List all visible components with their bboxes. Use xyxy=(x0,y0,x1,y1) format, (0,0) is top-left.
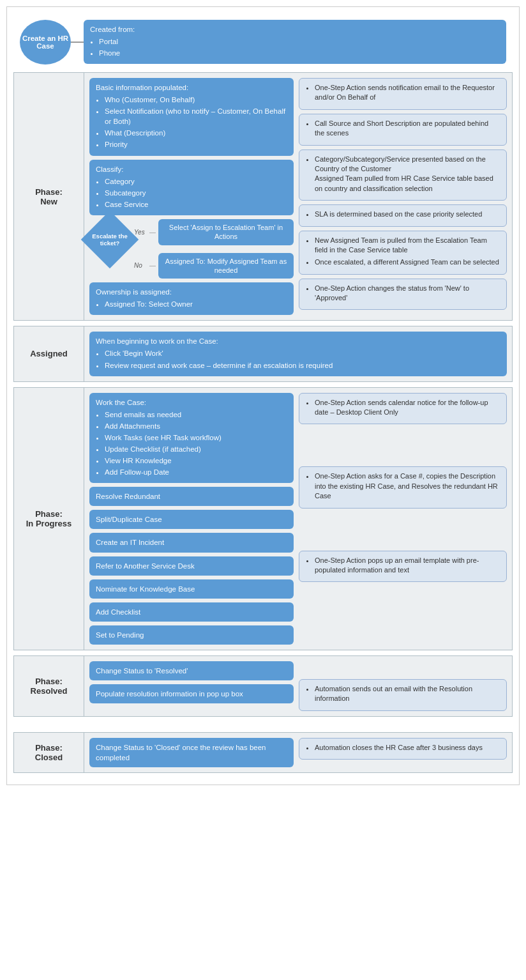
phase-new-content: Basic information populated: Who (Custom… xyxy=(84,73,512,320)
sla-note: SLA is determined based on the case prio… xyxy=(299,204,507,226)
connector xyxy=(71,42,84,43)
set-pending-label: Set to Pending xyxy=(96,631,144,639)
ownership-list: Assigned To: Select Owner xyxy=(105,299,287,309)
escalate-label: Escalate the ticket? xyxy=(91,233,129,247)
change-status-closed-label: Change Status to 'Closed' once the revie… xyxy=(96,744,266,762)
set-pending-box: Set to Pending xyxy=(89,625,294,645)
list-item: Assigned To: Select Owner xyxy=(105,299,287,309)
nominate-kb-box: Nominate for Knowledge Base xyxy=(89,579,294,599)
automation-close-note: Automation closes the HR Case after 3 bu… xyxy=(299,738,507,760)
phase-new-section: Phase: New Basic information populated: … xyxy=(13,72,513,321)
status-change-note: One-Step Action changes the status from … xyxy=(299,279,507,310)
phase-closed-content: Change Status to 'Closed' once the revie… xyxy=(84,733,512,772)
phase-resolved-section: Phase: Resolved Change Status to 'Resolv… xyxy=(13,655,513,717)
create-label: Create an HR Case xyxy=(20,34,71,50)
classify-box: Classify: Category Subcategory Case Serv… xyxy=(89,160,294,215)
notification-note: One-Step Action sends notification email… xyxy=(299,78,507,110)
create-bubble: Create an HR Case xyxy=(20,20,71,65)
resolved-notes-col: Automation sends out an email with the R… xyxy=(299,661,507,711)
nominate-kb-label: Nominate for Knowledge Base xyxy=(96,585,195,593)
spacer xyxy=(13,722,513,732)
phase-new-label: Phase: New xyxy=(14,73,84,320)
phase-resolved-content: Change Status to 'Resolved' Populate res… xyxy=(84,656,512,716)
list-item: Review request and work case – determine… xyxy=(105,360,500,371)
list-item: Phone xyxy=(99,48,500,58)
list-item: Send emails as needed xyxy=(105,410,287,420)
yes-label: Yes xyxy=(134,229,147,236)
phase-in-progress-content: Work the Case: Send emails as needed Add… xyxy=(84,388,512,650)
note-text: Once escalated, a different Assigned Tea… xyxy=(315,257,500,267)
work-case-box: Work the Case: Send emails as needed Add… xyxy=(89,393,294,484)
note-text: Automation sends out an email with the R… xyxy=(315,684,500,704)
note-text: SLA is determined based on the case prio… xyxy=(315,210,500,219)
note-text: Automation closes the HR Case after 3 bu… xyxy=(315,743,500,753)
phase-assigned-section: Assigned When beginning to work on the C… xyxy=(13,326,513,381)
note-text: One-Step Action sends notification email… xyxy=(315,83,500,103)
assign-action-box: Select 'Assign to Escalation Team' in Ac… xyxy=(158,219,294,245)
work-case-list: Send emails as needed Add Attachments Wo… xyxy=(105,410,287,478)
closed-main-col: Change Status to 'Closed' once the revie… xyxy=(89,738,294,767)
assigned-action-box: Assigned To: Modify Assigned Team as nee… xyxy=(158,253,294,279)
basic-info-list: Who (Customer, On Behalf) Select Notific… xyxy=(105,95,287,149)
list-item: Update Checklist (if attached) xyxy=(105,444,287,454)
escalation-branches: Yes — Select 'Assign to Escalation Team'… xyxy=(134,219,294,279)
created-from-title: Created from: xyxy=(90,26,135,33)
phase-assigned-label: Assigned xyxy=(14,326,84,381)
note-text: Category/Subcategory/Service presented b… xyxy=(315,155,500,194)
begin-work-box: When beginning to work on the Case: Clic… xyxy=(89,332,507,376)
classify-title: Classify: xyxy=(96,165,123,173)
no-branch: No — Assigned To: Modify Assigned Team a… xyxy=(134,253,294,279)
created-from-list: Portal Phone xyxy=(99,36,500,58)
created-from-box: Created from: Portal Phone xyxy=(84,20,506,64)
note-text: Call Source and Short Description are po… xyxy=(315,119,500,139)
note-text: One-Step Action sends calendar notice fo… xyxy=(315,398,500,418)
diagram-container: Create an HR Case Created from: Portal P… xyxy=(6,6,520,785)
phase-assigned-content: When beginning to work on the Case: Clic… xyxy=(84,326,512,381)
change-status-resolved-box: Change Status to 'Resolved' xyxy=(89,661,294,680)
list-item: Portal xyxy=(99,36,500,47)
phase-in-progress-section: Phase: In Progress Work the Case: Send e… xyxy=(13,387,513,650)
note-text: New Assigned Team is pulled from the Esc… xyxy=(315,236,500,256)
note-text: One-Step Action changes the status from … xyxy=(315,284,500,303)
populate-resolution-box: Populate resolution information in pop u… xyxy=(89,684,294,703)
in-progress-notes-col: One-Step Action sends calendar notice fo… xyxy=(299,393,507,645)
resolve-redundant-box: Resolve Redundant xyxy=(89,487,294,506)
diamond-wrapper: Escalate the ticket? xyxy=(89,219,130,260)
yes-branch: Yes — Select 'Assign to Escalation Team'… xyxy=(134,219,294,245)
work-case-title: Work the Case: xyxy=(96,399,146,406)
resolve-redundant-label: Resolve Redundant xyxy=(96,493,160,500)
phase-resolved-label: Phase: Resolved xyxy=(14,656,84,716)
phase-closed-section: Phase: Closed Change Status to 'Closed' … xyxy=(13,732,513,773)
split-duplicate-label: Split/Duplicate Case xyxy=(96,516,162,523)
list-item: Case Service xyxy=(105,199,287,210)
populate-resolution-label: Populate resolution information in pop u… xyxy=(96,690,243,698)
basic-info-box: Basic information populated: Who (Custom… xyxy=(89,78,294,156)
list-item: Subcategory xyxy=(105,188,287,198)
list-item: Category xyxy=(105,176,287,187)
new-notes-col: One-Step Action sends notification email… xyxy=(299,78,507,315)
list-item: View HR Knowledge xyxy=(105,456,287,466)
no-label: No xyxy=(134,262,147,269)
refer-note: One-Step Action pops up an email templat… xyxy=(299,551,507,583)
automation-email-note: Automation sends out an email with the R… xyxy=(299,679,507,711)
escalate-diamond: Escalate the ticket? xyxy=(81,211,139,269)
begin-work-title: When beginning to work on the Case: xyxy=(96,337,218,345)
change-status-resolved-label: Change Status to 'Resolved' xyxy=(96,667,188,675)
escalation-section: Escalate the ticket? Yes — Select 'Assig… xyxy=(89,219,294,279)
add-checklist-label: Add Checklist xyxy=(96,608,140,616)
list-item: Work Tasks (see HR Task workflow) xyxy=(105,433,287,443)
phase-in-progress-label: Phase: In Progress xyxy=(14,388,84,650)
closed-notes-col: Automation closes the HR Case after 3 bu… xyxy=(299,738,507,767)
list-item: What (Description) xyxy=(105,128,287,138)
new-phase-layout: Basic information populated: Who (Custom… xyxy=(89,78,507,315)
change-status-closed-box: Change Status to 'Closed' once the revie… xyxy=(89,738,294,767)
phase-closed-label: Phase: Closed xyxy=(14,733,84,772)
basic-info-title: Basic information populated: xyxy=(96,84,188,91)
resolved-main-col: Change Status to 'Resolved' Populate res… xyxy=(89,661,294,711)
classify-list: Category Subcategory Case Service xyxy=(105,176,287,210)
new-main-col: Basic information populated: Who (Custom… xyxy=(89,78,294,315)
split-duplicate-box: Split/Duplicate Case xyxy=(89,510,294,529)
in-progress-layout: Work the Case: Send emails as needed Add… xyxy=(89,393,507,645)
list-item: Select Notification (who to notify – Cus… xyxy=(105,106,287,126)
refer-service-desk-label: Refer to Another Service Desk xyxy=(96,562,195,570)
